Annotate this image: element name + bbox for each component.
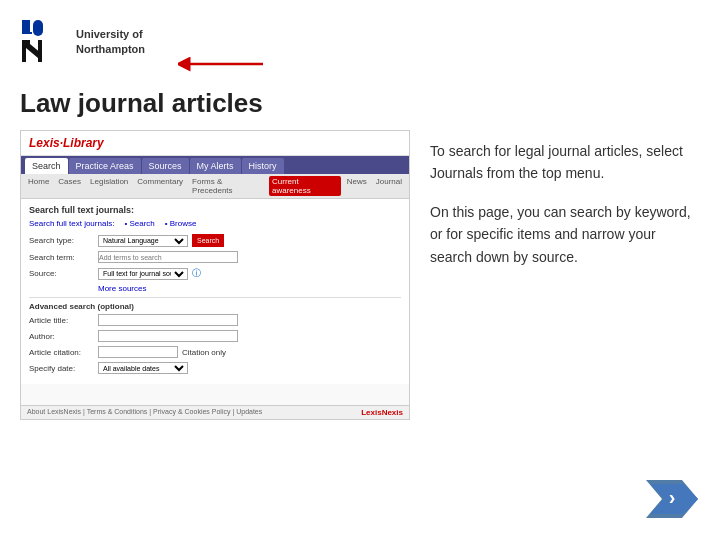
svg-rect-0 xyxy=(22,20,30,34)
form-row-date: Specify date: All available dates xyxy=(29,362,401,374)
select-source[interactable]: Full text for journal source xyxy=(98,268,188,280)
ll-search-links: Search full text journals: • Search • Br… xyxy=(29,219,401,228)
svg-rect-5 xyxy=(38,40,42,62)
university-logo-icon xyxy=(20,18,68,66)
ll-header: Lexis·Library xyxy=(21,131,409,156)
label-author: Author: xyxy=(29,332,94,341)
ll-tab-search[interactable]: Search xyxy=(25,158,68,174)
form-row-searchtype: Search type: Natural Language Search xyxy=(29,234,401,247)
subnav-cases[interactable]: Cases xyxy=(55,176,84,196)
label-date: Specify date: xyxy=(29,364,94,373)
footer-links: About LexisNexis | Terms & Conditions | … xyxy=(27,408,262,417)
right-text-paragraph2: On this page, you can search by keyword,… xyxy=(430,201,700,268)
subnav-legislation[interactable]: Legislation xyxy=(87,176,131,196)
svg-rect-3 xyxy=(22,40,26,62)
search-fulltext-link[interactable]: Search full text journals: xyxy=(29,219,114,228)
subnav-forms[interactable]: Forms & Precedents xyxy=(189,176,266,196)
subnav-commentary[interactable]: Commentary xyxy=(134,176,186,196)
subnav-home[interactable]: Home xyxy=(25,176,52,196)
subnav-current-awareness[interactable]: Current awareness xyxy=(269,176,341,196)
ll-brand: Lexis·Library xyxy=(29,136,104,150)
browse-link[interactable]: • Browse xyxy=(165,219,197,228)
red-arrow-annotation xyxy=(178,53,268,79)
right-description: To search for legal journal articles, se… xyxy=(430,140,700,284)
search-button[interactable]: Search xyxy=(192,234,224,247)
search-link[interactable]: • Search xyxy=(124,219,154,228)
ll-advanced-label: Advanced search (optional) xyxy=(29,302,401,311)
ll-nav-tabs: Search Practice Areas Sources My Alerts … xyxy=(21,156,409,174)
label-source: Source: xyxy=(29,269,94,278)
screenshot-mockup: Lexis·Library Search Practice Areas Sour… xyxy=(20,130,410,420)
ll-tab-practice[interactable]: Practice Areas xyxy=(69,158,141,174)
more-sources-link[interactable]: More sources xyxy=(98,284,146,293)
source-info-icon: ⓘ xyxy=(192,267,201,280)
form-row-articletitle: Article title: xyxy=(29,314,401,326)
right-text-paragraph1: To search for legal journal articles, se… xyxy=(430,140,700,185)
input-searchterm[interactable] xyxy=(98,251,238,263)
ll-tab-history[interactable]: History xyxy=(242,158,284,174)
form-row-citation: Article citation: Citation only xyxy=(29,346,401,358)
svg-rect-1 xyxy=(22,32,32,34)
ll-subnav: Home Cases Legislation Commentary Forms … xyxy=(21,174,409,199)
label-articletitle: Article title: xyxy=(29,316,94,325)
label-citation: Article citation: xyxy=(29,348,94,357)
logo-area: University of Northampton xyxy=(20,18,145,66)
form-row-author: Author: xyxy=(29,330,401,342)
label-citation-city: Citation only xyxy=(182,348,226,357)
input-articletitle[interactable] xyxy=(98,314,238,326)
subnav-news[interactable]: News xyxy=(344,176,370,196)
ll-tab-sources[interactable]: Sources xyxy=(142,158,189,174)
svg-rect-2 xyxy=(33,20,43,36)
label-searchterm: Search term: xyxy=(29,253,94,262)
input-citation[interactable] xyxy=(98,346,178,358)
university-name: University of Northampton xyxy=(76,27,145,58)
input-author[interactable] xyxy=(98,330,238,342)
subnav-journal[interactable]: Journal xyxy=(373,176,405,196)
select-date[interactable]: All available dates xyxy=(98,362,188,374)
svg-text:›: › xyxy=(669,486,676,508)
form-row-source: Source: Full text for journal source ⓘ xyxy=(29,267,401,280)
next-arrow-button[interactable]: › xyxy=(646,480,698,518)
ll-search-title: Search full text journals: xyxy=(29,205,401,215)
page-title: Law journal articles xyxy=(20,88,263,119)
lexisnexis-footer-logo: LexisNexis xyxy=(361,408,403,417)
ll-footer: About LexisNexis | Terms & Conditions | … xyxy=(21,405,409,419)
select-searchtype[interactable]: Natural Language xyxy=(98,235,188,247)
ll-search-area: Search full text journals: Search full t… xyxy=(21,199,409,384)
form-row-moresource: More sources xyxy=(29,284,401,293)
label-searchtype: Search type: xyxy=(29,236,94,245)
ll-tab-alerts[interactable]: My Alerts xyxy=(190,158,241,174)
form-row-searchterm: Search term: xyxy=(29,251,401,263)
